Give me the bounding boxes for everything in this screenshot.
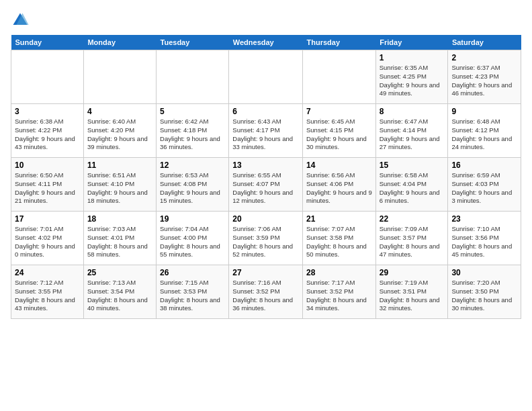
day-info: Sunrise: 7:09 AMSunset: 3:57 PMDaylight:…	[380, 225, 445, 259]
calendar-cell: 8Sunrise: 6:47 AMSunset: 4:14 PMDaylight…	[375, 104, 448, 158]
day-number: 24	[15, 268, 80, 277]
day-header-friday: Friday	[375, 35, 448, 50]
day-header-thursday: Thursday	[303, 35, 376, 50]
calendar-cell: 1Sunrise: 6:35 AMSunset: 4:25 PMDaylight…	[375, 50, 448, 104]
logo-icon	[11, 11, 30, 30]
day-number: 19	[160, 214, 225, 224]
day-number: 9	[451, 107, 517, 116]
day-number: 5	[160, 107, 225, 116]
calendar-cell: 7Sunrise: 6:45 AMSunset: 4:15 PMDaylight…	[303, 104, 376, 158]
calendar-cell: 28Sunrise: 7:17 AMSunset: 3:52 PMDayligh…	[303, 265, 376, 319]
day-info: Sunrise: 7:06 AMSunset: 3:59 PMDaylight:…	[232, 225, 299, 259]
day-info: Sunrise: 7:04 AMSunset: 4:00 PMDaylight:…	[160, 225, 225, 259]
day-info: Sunrise: 7:10 AMSunset: 3:56 PMDaylight:…	[451, 225, 517, 259]
calendar-week-row: 10Sunrise: 6:50 AMSunset: 4:11 PMDayligh…	[11, 158, 521, 212]
day-info: Sunrise: 6:55 AMSunset: 4:07 PMDaylight:…	[232, 171, 299, 205]
day-info: Sunrise: 7:13 AMSunset: 3:54 PMDaylight:…	[87, 279, 152, 313]
day-header-monday: Monday	[83, 35, 156, 50]
calendar-cell	[229, 50, 303, 104]
day-info: Sunrise: 7:15 AMSunset: 3:53 PMDaylight:…	[160, 279, 225, 313]
calendar-cell: 13Sunrise: 6:55 AMSunset: 4:07 PMDayligh…	[229, 158, 303, 212]
day-info: Sunrise: 7:20 AMSunset: 3:50 PMDaylight:…	[451, 279, 517, 313]
header	[11, 11, 521, 30]
day-info: Sunrise: 6:43 AMSunset: 4:17 PMDaylight:…	[232, 118, 299, 152]
calendar-table: SundayMondayTuesdayWednesdayThursdayFrid…	[11, 35, 521, 319]
day-info: Sunrise: 7:16 AMSunset: 3:52 PMDaylight:…	[232, 279, 299, 313]
day-info: Sunrise: 6:51 AMSunset: 4:10 PMDaylight:…	[87, 171, 152, 205]
calendar-week-row: 3Sunrise: 6:38 AMSunset: 4:22 PMDaylight…	[11, 104, 521, 158]
calendar-cell: 26Sunrise: 7:15 AMSunset: 3:53 PMDayligh…	[157, 265, 229, 319]
calendar-cell	[11, 50, 84, 104]
day-number: 15	[380, 161, 445, 170]
day-info: Sunrise: 6:35 AMSunset: 4:25 PMDaylight:…	[380, 64, 445, 98]
day-header-wednesday: Wednesday	[229, 35, 303, 50]
calendar-cell: 23Sunrise: 7:10 AMSunset: 3:56 PMDayligh…	[448, 212, 521, 265]
calendar-cell	[83, 50, 156, 104]
day-info: Sunrise: 6:48 AMSunset: 4:12 PMDaylight:…	[451, 118, 517, 152]
calendar-cell: 10Sunrise: 6:50 AMSunset: 4:11 PMDayligh…	[11, 158, 84, 212]
day-number: 17	[15, 214, 80, 224]
calendar-cell: 17Sunrise: 7:01 AMSunset: 4:02 PMDayligh…	[11, 212, 84, 265]
day-number: 2	[451, 53, 517, 62]
day-number: 18	[87, 214, 152, 224]
calendar-cell: 6Sunrise: 6:43 AMSunset: 4:17 PMDaylight…	[229, 104, 303, 158]
day-info: Sunrise: 6:58 AMSunset: 4:04 PMDaylight:…	[380, 171, 445, 205]
day-number: 7	[306, 107, 372, 116]
calendar-week-row: 24Sunrise: 7:12 AMSunset: 3:55 PMDayligh…	[11, 265, 521, 319]
day-header-sunday: Sunday	[11, 35, 84, 50]
day-info: Sunrise: 7:07 AMSunset: 3:58 PMDaylight:…	[306, 225, 372, 259]
day-info: Sunrise: 6:37 AMSunset: 4:23 PMDaylight:…	[451, 64, 517, 98]
day-number: 30	[451, 268, 517, 277]
calendar-cell: 11Sunrise: 6:51 AMSunset: 4:10 PMDayligh…	[83, 158, 156, 212]
calendar-cell: 27Sunrise: 7:16 AMSunset: 3:52 PMDayligh…	[229, 265, 303, 319]
calendar-cell: 12Sunrise: 6:53 AMSunset: 4:08 PMDayligh…	[157, 158, 229, 212]
day-number: 3	[15, 107, 80, 116]
calendar-cell: 30Sunrise: 7:20 AMSunset: 3:50 PMDayligh…	[448, 265, 521, 319]
day-number: 25	[87, 268, 152, 277]
day-info: Sunrise: 6:38 AMSunset: 4:22 PMDaylight:…	[15, 118, 80, 152]
day-number: 22	[380, 214, 445, 224]
day-info: Sunrise: 7:12 AMSunset: 3:55 PMDaylight:…	[15, 279, 80, 313]
calendar-cell: 19Sunrise: 7:04 AMSunset: 4:00 PMDayligh…	[157, 212, 229, 265]
day-info: Sunrise: 6:59 AMSunset: 4:03 PMDaylight:…	[451, 171, 517, 205]
calendar-cell	[157, 50, 229, 104]
day-number: 26	[160, 268, 225, 277]
logo	[11, 11, 32, 30]
calendar-header-row: SundayMondayTuesdayWednesdayThursdayFrid…	[11, 35, 521, 50]
day-number: 20	[232, 214, 299, 224]
day-info: Sunrise: 7:03 AMSunset: 4:01 PMDaylight:…	[87, 225, 152, 259]
calendar-cell: 25Sunrise: 7:13 AMSunset: 3:54 PMDayligh…	[83, 265, 156, 319]
calendar-cell: 24Sunrise: 7:12 AMSunset: 3:55 PMDayligh…	[11, 265, 84, 319]
calendar-week-row: 17Sunrise: 7:01 AMSunset: 4:02 PMDayligh…	[11, 212, 521, 265]
calendar-cell: 4Sunrise: 6:40 AMSunset: 4:20 PMDaylight…	[83, 104, 156, 158]
day-info: Sunrise: 6:47 AMSunset: 4:14 PMDaylight:…	[380, 118, 445, 152]
day-number: 21	[306, 214, 372, 224]
calendar-cell: 18Sunrise: 7:03 AMSunset: 4:01 PMDayligh…	[83, 212, 156, 265]
day-number: 12	[160, 161, 225, 170]
calendar-cell	[303, 50, 376, 104]
day-info: Sunrise: 7:17 AMSunset: 3:52 PMDaylight:…	[306, 279, 372, 313]
calendar-cell: 20Sunrise: 7:06 AMSunset: 3:59 PMDayligh…	[229, 212, 303, 265]
calendar-cell: 16Sunrise: 6:59 AMSunset: 4:03 PMDayligh…	[448, 158, 521, 212]
day-number: 29	[380, 268, 445, 277]
day-info: Sunrise: 7:01 AMSunset: 4:02 PMDaylight:…	[15, 225, 80, 259]
day-number: 4	[87, 107, 152, 116]
calendar-cell: 14Sunrise: 6:56 AMSunset: 4:06 PMDayligh…	[303, 158, 376, 212]
day-number: 11	[87, 161, 152, 170]
calendar-cell: 29Sunrise: 7:19 AMSunset: 3:51 PMDayligh…	[375, 265, 448, 319]
day-header-saturday: Saturday	[448, 35, 521, 50]
day-number: 27	[232, 268, 299, 277]
day-number: 14	[306, 161, 372, 170]
calendar-cell: 3Sunrise: 6:38 AMSunset: 4:22 PMDaylight…	[11, 104, 84, 158]
day-info: Sunrise: 6:53 AMSunset: 4:08 PMDaylight:…	[160, 171, 225, 205]
day-info: Sunrise: 6:42 AMSunset: 4:18 PMDaylight:…	[160, 118, 225, 152]
calendar-cell: 5Sunrise: 6:42 AMSunset: 4:18 PMDaylight…	[157, 104, 229, 158]
day-info: Sunrise: 7:19 AMSunset: 3:51 PMDaylight:…	[380, 279, 445, 313]
calendar-cell: 22Sunrise: 7:09 AMSunset: 3:57 PMDayligh…	[375, 212, 448, 265]
day-number: 23	[451, 214, 517, 224]
day-header-tuesday: Tuesday	[157, 35, 229, 50]
day-number: 8	[380, 107, 445, 116]
day-info: Sunrise: 6:50 AMSunset: 4:11 PMDaylight:…	[15, 171, 80, 205]
calendar-week-row: 1Sunrise: 6:35 AMSunset: 4:25 PMDaylight…	[11, 50, 521, 104]
day-number: 6	[232, 107, 299, 116]
